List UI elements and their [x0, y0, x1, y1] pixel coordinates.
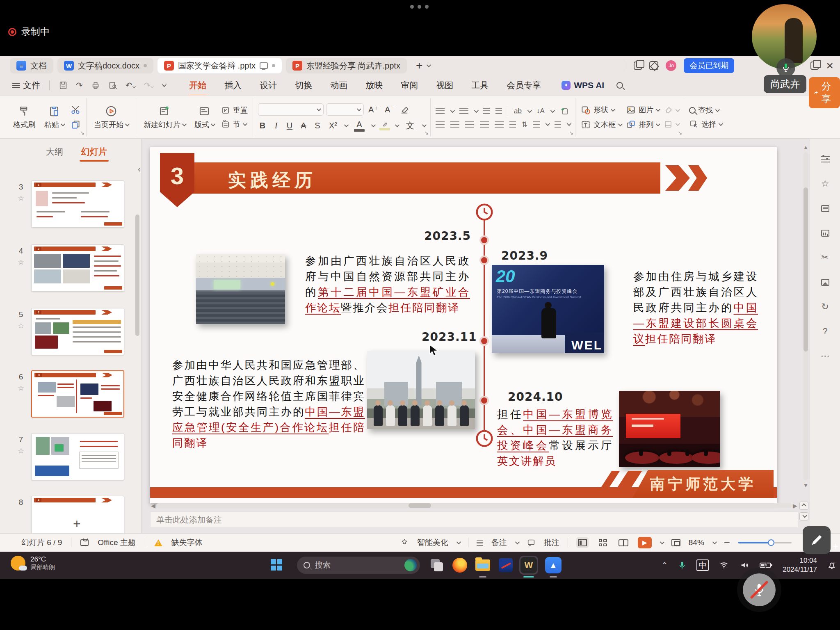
pinyin-chevron-icon[interactable]	[422, 123, 427, 127]
strikethrough-button[interactable]: A	[299, 121, 308, 130]
photo-banquet[interactable]	[619, 391, 720, 467]
zoom-slider[interactable]	[738, 542, 792, 543]
resource-doc-icon[interactable]	[819, 202, 831, 215]
photo-group-outdoor[interactable]	[367, 351, 475, 429]
start-from-page-button[interactable]: 当页开始	[91, 105, 131, 130]
vertical-scrollbar[interactable]: ▲ ▼	[803, 142, 809, 499]
paste-button[interactable]: 粘贴	[42, 105, 66, 130]
justify-icon[interactable]	[480, 121, 489, 128]
star-icon[interactable]: ☆	[15, 258, 27, 267]
add-slide-button[interactable]: +	[73, 516, 81, 532]
copy-icon[interactable]	[71, 119, 81, 130]
slide-thumbnail-5[interactable]: 2	[31, 308, 124, 355]
align-left-icon[interactable]	[436, 121, 445, 128]
font-color-button[interactable]: A	[352, 120, 366, 132]
group-expand-icon[interactable]: ↘	[569, 130, 573, 136]
font-name-select[interactable]	[258, 103, 324, 116]
font-size-select[interactable]	[326, 103, 364, 116]
align-right-icon[interactable]	[465, 121, 474, 128]
format-painter-button[interactable]: 格式刷	[11, 105, 38, 130]
file-explorer-icon[interactable]	[473, 556, 492, 575]
decrease-indent-icon[interactable]	[483, 108, 490, 114]
print-icon[interactable]	[91, 81, 100, 90]
numbered-list-icon[interactable]	[459, 108, 468, 114]
timeline-text-2023-9[interactable]: 参加由住房与城乡建设部及广西壮族自治区人民政府共同主办的中国—东盟建设部长圆桌会…	[633, 269, 758, 347]
object-properties-icon[interactable]	[819, 153, 831, 165]
ime-indicator[interactable]: 中	[696, 559, 709, 571]
notification-bell-icon[interactable]: z	[827, 560, 837, 570]
comments-button[interactable]: 批注	[544, 537, 559, 548]
fill-button[interactable]	[663, 105, 679, 115]
panel-scrollbar[interactable]	[135, 215, 139, 336]
bold-button[interactable]: B	[258, 121, 267, 130]
group-expand-icon[interactable]: ↘	[80, 130, 84, 136]
background-button[interactable]	[663, 119, 679, 129]
annotation-pen-button[interactable]	[803, 526, 831, 554]
vertical-text-icon[interactable]: ↓A	[536, 107, 545, 115]
share-button[interactable]: 分享	[809, 77, 840, 108]
meeting-app-icon[interactable]: ▲	[544, 556, 563, 575]
layout-button[interactable]: 版式	[192, 105, 217, 130]
fit-slide-button[interactable]	[671, 539, 680, 546]
taskbar-search[interactable]: 搜索	[297, 557, 420, 574]
timeline-text-2023-5[interactable]: 参加由广西壮族自治区人民政府与中国自然资源部共同主办的第十二届中国—东盟矿业合作…	[305, 253, 470, 315]
zoom-chevron-icon[interactable]	[712, 540, 717, 544]
text-direction-icon[interactable]: ab	[514, 107, 522, 115]
membership-expired-button[interactable]: 会员已到期	[684, 58, 734, 73]
play-options-chevron-icon[interactable]	[660, 540, 664, 544]
menu-tab-transition[interactable]: 切换	[294, 77, 313, 94]
slide-thumbnail-4[interactable]: 2	[31, 244, 124, 292]
highlight-button[interactable]	[379, 121, 390, 130]
collapse-panel-icon[interactable]: ‹	[138, 164, 141, 174]
reset-button[interactable]: 重置	[221, 105, 248, 115]
file-menu[interactable]: 文件	[12, 80, 40, 91]
clear-format-icon[interactable]	[399, 104, 410, 115]
picture-button[interactable]: 图片	[625, 105, 659, 115]
undo-icon[interactable]: ↶	[126, 80, 136, 90]
decrease-font-icon[interactable]: A⁻	[383, 105, 397, 114]
annotation-add-icon[interactable]: +	[833, 541, 838, 552]
superscript-chevron-icon[interactable]	[344, 123, 349, 127]
image-tool-icon[interactable]	[819, 276, 831, 288]
highlight-chevron-icon[interactable]	[395, 123, 399, 127]
menu-tab-member[interactable]: 会员专享	[506, 77, 542, 94]
superscript-button[interactable]: X²	[327, 121, 339, 130]
photo-summit-backdrop[interactable]: 20 第20届中国—东盟商务与投资峰会 The 20th China-ASEAN…	[492, 265, 604, 353]
group-expand-icon[interactable]: ↘	[424, 130, 429, 136]
normal-view-button[interactable]	[576, 537, 589, 548]
theme-label[interactable]: Office 主题	[98, 537, 136, 548]
meeting-mic-button[interactable]	[776, 58, 795, 77]
cut-icon[interactable]	[71, 105, 81, 115]
arrange-button[interactable]: 排列	[625, 119, 659, 130]
taskbar-clock[interactable]: 10:04 2024/11/17	[783, 556, 817, 574]
horizontal-scrollbar[interactable]: ◀▶	[150, 502, 798, 509]
chart-tool-icon[interactable]	[819, 227, 831, 239]
tab-outline[interactable]: 大纲	[46, 146, 63, 158]
tray-expand-chevron-icon[interactable]: ⌃	[662, 561, 668, 570]
new-tab-button[interactable]: +	[416, 59, 422, 72]
next-slide-button[interactable]	[799, 512, 808, 520]
print-preview-icon[interactable]	[108, 81, 117, 90]
new-slide-button[interactable]: 新建幻灯片	[141, 105, 188, 130]
pinyin-button[interactable]: 文	[403, 120, 417, 131]
menu-tab-design[interactable]: 设计	[259, 77, 278, 94]
previous-slide-button[interactable]	[799, 502, 808, 510]
textbox-button[interactable]: 文本框	[580, 119, 621, 130]
menu-tab-slideshow[interactable]: 放映	[365, 77, 383, 94]
italic-button[interactable]: I	[272, 121, 280, 130]
wifi-icon[interactable]	[719, 561, 729, 570]
reading-view-button[interactable]	[617, 537, 630, 548]
volume-icon[interactable]	[739, 561, 750, 570]
tab-pptx-2[interactable]: P 东盟经验分享 尚武卉.pptx	[286, 58, 407, 73]
smart-beautify-button[interactable]: 智能美化	[417, 537, 448, 548]
timeline-text-2023-11[interactable]: 参加由中华人民共和国应急管理部、广西壮族自治区人民政府和东盟职业安全健康合作网络…	[172, 357, 365, 451]
line-spacing-icon[interactable]	[533, 121, 540, 128]
wps-office-icon[interactable]: W	[519, 556, 538, 575]
group-expand-icon[interactable]: ↘	[678, 130, 682, 136]
start-button[interactable]	[271, 559, 282, 571]
missing-font-label[interactable]: 缺失字体	[171, 537, 203, 548]
star-icon[interactable]: ☆	[15, 384, 27, 393]
menu-tab-tools[interactable]: 工具	[470, 77, 489, 94]
mic-muted-overlay-button[interactable]	[737, 568, 781, 612]
increase-font-icon[interactable]: A⁺	[366, 105, 380, 114]
